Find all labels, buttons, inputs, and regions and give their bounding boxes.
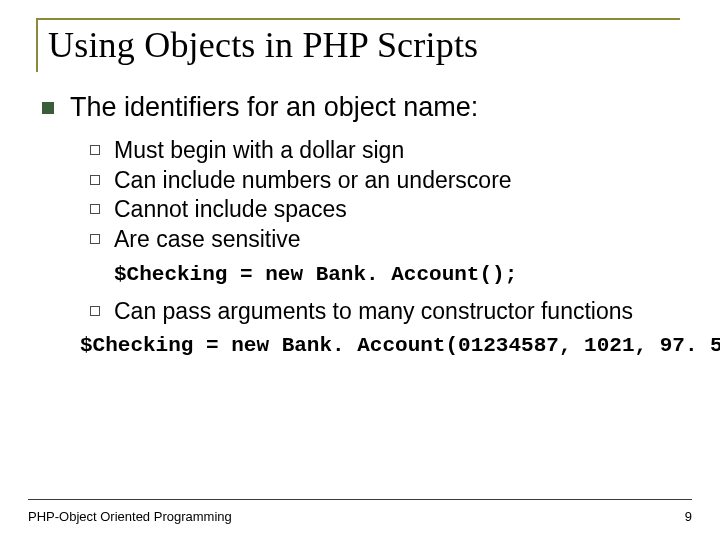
sub-bullet-group: Must begin with a dollar sign Can includ… bbox=[90, 137, 680, 253]
list-item: Are case sensitive bbox=[90, 226, 680, 254]
divider bbox=[28, 499, 692, 500]
list-item: Cannot include spaces bbox=[90, 196, 680, 224]
slide-title: Using Objects in PHP Scripts bbox=[48, 24, 680, 66]
code-sample-2: $Checking = new Bank. Account(01234587, … bbox=[80, 334, 680, 357]
list-item: Can pass arguments to many constructor f… bbox=[90, 298, 680, 326]
rule-text: Can include numbers or an underscore bbox=[114, 167, 512, 195]
rule-text: Must begin with a dollar sign bbox=[114, 137, 404, 165]
rule-text: Cannot include spaces bbox=[114, 196, 347, 224]
hollow-square-icon bbox=[90, 306, 100, 316]
sub-after-text: Can pass arguments to many constructor f… bbox=[114, 298, 633, 326]
hollow-square-icon bbox=[90, 145, 100, 155]
intro-text: The identifiers for an object name: bbox=[70, 92, 478, 123]
list-item: Must begin with a dollar sign bbox=[90, 137, 680, 165]
list-item: Can include numbers or an underscore bbox=[90, 167, 680, 195]
bullet-level1: The identifiers for an object name: bbox=[42, 92, 680, 123]
rule-text: Are case sensitive bbox=[114, 226, 301, 254]
square-bullet-icon bbox=[42, 102, 54, 114]
hollow-square-icon bbox=[90, 204, 100, 214]
hollow-square-icon bbox=[90, 175, 100, 185]
footer-title: PHP-Object Oriented Programming bbox=[28, 509, 232, 524]
hollow-square-icon bbox=[90, 234, 100, 244]
sub-bullet-group-2: Can pass arguments to many constructor f… bbox=[90, 298, 680, 326]
slide: Using Objects in PHP Scripts The identif… bbox=[0, 0, 720, 540]
code-sample-1: $Checking = new Bank. Account(); bbox=[114, 263, 680, 286]
page-number: 9 bbox=[685, 509, 692, 524]
title-container: Using Objects in PHP Scripts bbox=[36, 18, 680, 72]
